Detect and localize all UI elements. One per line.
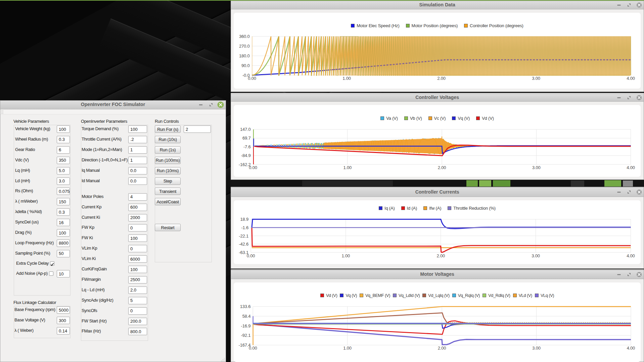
svg-text:-84.9: -84.9 (241, 153, 251, 158)
svg-text:4.00: 4.00 (627, 76, 635, 81)
svg-text:-42.6: -42.6 (239, 242, 248, 247)
svg-text:3.00: 3.00 (532, 76, 540, 81)
svg-text:147.0: 147.0 (240, 127, 251, 132)
svg-text:270.0: 270.0 (239, 44, 250, 49)
svg-text:18.9: 18.9 (240, 217, 248, 222)
svg-text:0.00: 0.00 (248, 76, 256, 81)
svg-text:0.00: 0.00 (249, 165, 257, 170)
svg-text:2.00: 2.00 (437, 76, 446, 81)
svg-text:1.00: 1.00 (343, 165, 352, 170)
svg-text:360.0: 360.0 (239, 34, 250, 39)
svg-text:4.00: 4.00 (627, 253, 635, 258)
svg-text:3.00: 3.00 (532, 253, 540, 258)
svg-text:69.7: 69.7 (242, 136, 251, 141)
svg-text:-22.1: -22.1 (239, 234, 248, 239)
svg-text:0.00: 0.00 (249, 346, 257, 351)
svg-text:3.00: 3.00 (532, 346, 541, 351)
svg-text:-7.6: -7.6 (243, 144, 251, 149)
svg-text:4.00: 4.00 (627, 346, 635, 351)
svg-text:0.00: 0.00 (247, 253, 255, 258)
svg-text:1.00: 1.00 (342, 253, 350, 258)
svg-text:58.4: 58.4 (242, 314, 251, 319)
svg-text:3.00: 3.00 (532, 165, 541, 170)
svg-text:1.00: 1.00 (343, 346, 352, 351)
svg-text:-16.9: -16.9 (241, 323, 251, 328)
svg-text:-1.6: -1.6 (241, 225, 248, 230)
svg-text:180.0: 180.0 (239, 53, 250, 58)
svg-text:2.00: 2.00 (436, 253, 445, 258)
svg-text:90.0: 90.0 (241, 63, 250, 68)
svg-text:-92.1: -92.1 (241, 333, 251, 338)
svg-text:1.00: 1.00 (342, 76, 351, 81)
svg-text:4.00: 4.00 (627, 165, 635, 170)
svg-text:2.00: 2.00 (438, 346, 446, 351)
svg-text:2.00: 2.00 (438, 165, 446, 170)
svg-text:133.6: 133.6 (240, 304, 251, 309)
